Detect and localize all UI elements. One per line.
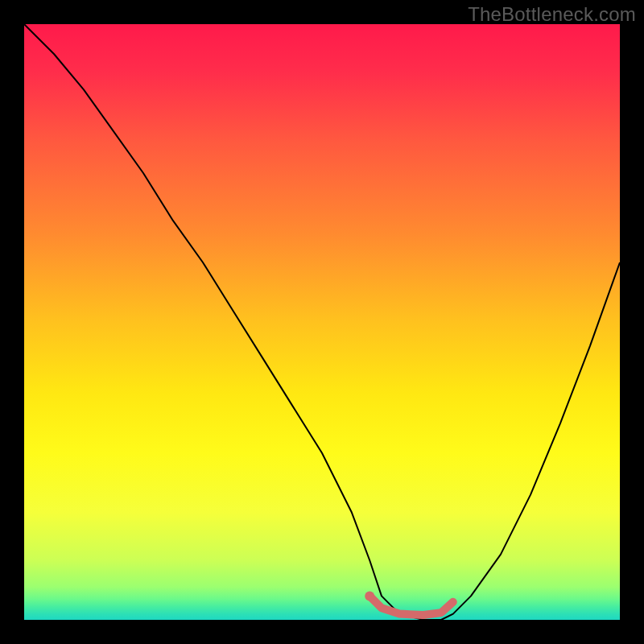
main-curve: [24, 24, 620, 620]
chart-frame: TheBottleneck.com: [0, 0, 644, 644]
marker-dot-icon: [365, 591, 374, 601]
plot-area: [24, 24, 620, 620]
chart-lines: [24, 24, 620, 620]
marker-segment: [369, 596, 453, 615]
watermark-text: TheBottleneck.com: [468, 3, 636, 26]
